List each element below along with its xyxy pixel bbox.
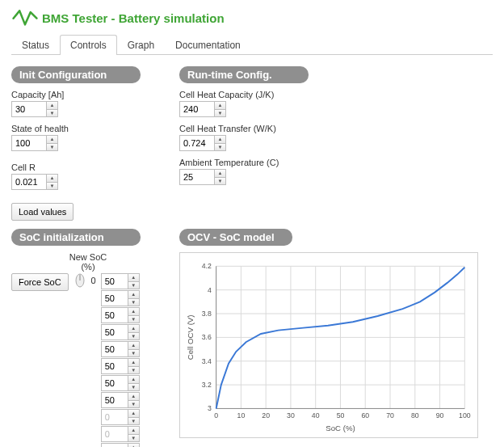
cellr-input[interactable] <box>12 175 46 189</box>
down-icon[interactable]: ▼ <box>215 178 225 185</box>
new-soc-input[interactable] <box>102 393 128 407</box>
new-soc-input[interactable] <box>102 274 128 289</box>
down-icon[interactable]: ▼ <box>128 384 139 391</box>
up-icon[interactable]: ▲ <box>128 376 139 384</box>
svg-text:50: 50 <box>337 411 345 420</box>
app-logo-icon <box>11 6 39 30</box>
up-icon[interactable]: ▲ <box>128 359 139 367</box>
up-icon[interactable]: ▲ <box>128 308 139 316</box>
svg-text:40: 40 <box>312 411 320 420</box>
knob-value: 0 <box>91 273 96 285</box>
soh-input[interactable] <box>12 136 46 150</box>
svg-text:90: 90 <box>436 411 444 420</box>
runtime-config-header: Run-time Config. <box>179 66 309 83</box>
cellr-label: Cell R <box>11 162 165 172</box>
down-icon[interactable]: ▼ <box>215 144 225 151</box>
tabstrip: Status Controls Graph Documentation <box>11 35 493 55</box>
new-soc-stepper[interactable]: ▲▼ <box>101 375 140 391</box>
up-icon[interactable]: ▲ <box>128 325 139 333</box>
capacity-label: Capacity [Ah] <box>11 90 165 99</box>
new-soc-stepper[interactable]: ▲▼ <box>101 443 140 447</box>
down-icon[interactable]: ▼ <box>215 110 225 117</box>
svg-text:100: 100 <box>459 411 471 420</box>
up-icon[interactable]: ▲ <box>128 291 139 299</box>
new-soc-input[interactable] <box>102 444 128 447</box>
down-icon[interactable]: ▼ <box>128 418 139 425</box>
tab-controls[interactable]: Controls <box>60 35 117 55</box>
down-icon[interactable]: ▼ <box>47 110 57 117</box>
down-icon[interactable]: ▼ <box>128 401 139 408</box>
new-soc-stepper[interactable]: ▲▼ <box>101 324 140 340</box>
up-icon[interactable]: ▲ <box>215 170 225 178</box>
tab-status[interactable]: Status <box>11 35 60 55</box>
down-icon[interactable]: ▼ <box>128 299 139 306</box>
new-soc-stepper[interactable]: ▲▼ <box>101 290 140 306</box>
up-icon[interactable]: ▲ <box>215 136 225 144</box>
soc-init-header: SoC initialization <box>11 229 141 246</box>
svg-text:3: 3 <box>208 404 212 412</box>
load-values-button[interactable]: Load values <box>11 203 74 221</box>
svg-text:3.6: 3.6 <box>202 333 212 341</box>
ambient-input[interactable] <box>180 170 214 184</box>
ambient-label: Ambient Temperature (C) <box>179 158 493 167</box>
up-icon[interactable]: ▲ <box>128 410 139 418</box>
new-soc-stepper[interactable]: ▲▼ <box>101 341 140 357</box>
heat-transfer-input[interactable] <box>180 136 214 150</box>
heat-transfer-stepper[interactable]: ▲▼ <box>179 135 226 151</box>
knob-icon[interactable] <box>74 273 86 288</box>
down-icon[interactable]: ▼ <box>128 316 139 323</box>
new-soc-stepper[interactable]: ▲▼ <box>101 273 140 289</box>
up-icon[interactable]: ▲ <box>47 175 57 183</box>
force-soc-button[interactable]: Force SoC <box>11 273 69 291</box>
new-soc-input[interactable] <box>102 308 128 323</box>
tab-graph[interactable]: Graph <box>117 35 165 55</box>
svg-text:20: 20 <box>262 411 270 420</box>
capacity-stepper[interactable]: ▲▼ <box>11 101 58 117</box>
up-icon[interactable]: ▲ <box>128 427 139 435</box>
new-soc-stepper[interactable]: ▲▼ <box>101 426 140 442</box>
up-icon[interactable]: ▲ <box>128 444 139 447</box>
ocv-chart: 010203040506070809010033.23.43.63.844.2S… <box>179 252 478 438</box>
down-icon[interactable]: ▼ <box>47 183 57 190</box>
heat-cap-stepper[interactable]: ▲▼ <box>179 101 226 117</box>
new-soc-stepper[interactable]: ▲▼ <box>101 409 140 425</box>
new-soc-input[interactable] <box>102 325 128 339</box>
new-soc-label: New SoC (%) <box>68 252 108 272</box>
up-icon[interactable]: ▲ <box>128 342 139 350</box>
new-soc-stepper[interactable]: ▲▼ <box>101 392 140 408</box>
ocv-header: OCV - SoC model <box>179 229 292 246</box>
down-icon[interactable]: ▼ <box>128 435 139 442</box>
tab-documentation[interactable]: Documentation <box>165 35 251 55</box>
down-icon[interactable]: ▼ <box>128 350 139 357</box>
new-soc-input[interactable] <box>102 376 128 390</box>
svg-text:30: 30 <box>287 411 295 420</box>
new-soc-list: ▲▼▲▼▲▼▲▼▲▼▲▼▲▼▲▼▲▼▲▼▲▼ <box>101 273 140 447</box>
up-icon[interactable]: ▲ <box>47 102 57 110</box>
down-icon[interactable]: ▼ <box>128 282 139 289</box>
down-icon[interactable]: ▼ <box>47 144 57 151</box>
new-soc-stepper[interactable]: ▲▼ <box>101 307 140 323</box>
down-icon[interactable]: ▼ <box>128 367 139 374</box>
new-soc-stepper[interactable]: ▲▼ <box>101 358 140 374</box>
up-icon[interactable]: ▲ <box>215 102 225 110</box>
svg-text:70: 70 <box>386 411 394 420</box>
new-soc-input[interactable] <box>102 342 128 356</box>
soh-stepper[interactable]: ▲▼ <box>11 135 58 151</box>
up-icon[interactable]: ▲ <box>47 136 57 144</box>
svg-text:3.4: 3.4 <box>202 357 212 365</box>
up-icon[interactable]: ▲ <box>128 274 139 282</box>
new-soc-input[interactable] <box>102 427 128 441</box>
ambient-stepper[interactable]: ▲▼ <box>179 169 226 185</box>
new-soc-input[interactable] <box>102 359 128 373</box>
new-soc-input[interactable] <box>102 291 128 306</box>
svg-text:4.2: 4.2 <box>202 262 212 270</box>
capacity-input[interactable] <box>12 102 46 116</box>
cellr-stepper[interactable]: ▲▼ <box>11 174 58 190</box>
new-soc-input[interactable] <box>102 410 128 424</box>
svg-text:80: 80 <box>411 411 419 420</box>
up-icon[interactable]: ▲ <box>128 393 139 401</box>
down-icon[interactable]: ▼ <box>128 333 139 340</box>
svg-text:3.8: 3.8 <box>202 310 212 318</box>
svg-text:10: 10 <box>237 411 246 420</box>
heat-cap-input[interactable] <box>180 102 214 116</box>
